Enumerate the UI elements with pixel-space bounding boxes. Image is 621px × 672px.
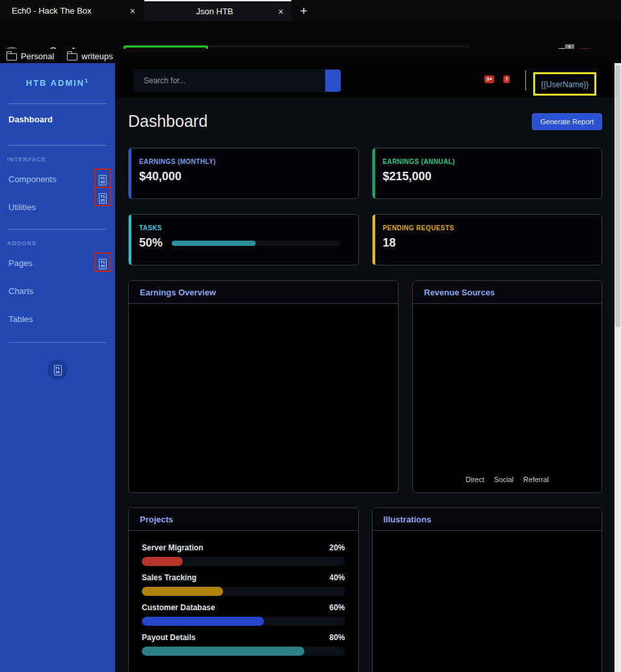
card-accent: [373, 148, 375, 198]
project-name: Sales Tracking: [142, 573, 196, 582]
folder-icon: [7, 53, 17, 60]
divider: [8, 342, 107, 343]
panel-header: Earnings Overview: [129, 281, 398, 304]
search-input[interactable]: [133, 70, 325, 92]
progress-fill: [142, 647, 304, 656]
earnings-overview-panel: Earnings Overview: [128, 280, 399, 493]
progress-fill: [142, 557, 183, 566]
tab-title: Ech0 - Hack The Box: [12, 6, 92, 16]
card-accent: [129, 215, 131, 265]
card-accent: [129, 148, 131, 198]
sidebar-brand[interactable]: HTB ADMIN1: [0, 63, 115, 88]
legend-referral: Referral: [523, 476, 549, 483]
page-title: Dashboard: [128, 112, 207, 131]
card-label: TASKS: [139, 224, 345, 232]
card-label: EARNINGS (MONTHLY): [139, 158, 345, 165]
progress-fill: [142, 617, 264, 626]
sidebar: HTB ADMIN1 Dashboard INTERFACE Component…: [0, 63, 115, 672]
card-value: $40,000: [139, 170, 345, 183]
project-percent: 20%: [329, 543, 345, 552]
card-tasks: TASKS 50%: [128, 214, 359, 265]
missing-glyph-caret-icon: F105: [99, 193, 107, 204]
tab-close-icon[interactable]: ×: [278, 7, 284, 17]
scrollbar-thumb[interactable]: [615, 65, 620, 327]
bookmark-personal[interactable]: Personal: [21, 51, 54, 61]
panel-title: Revenue Sources: [424, 288, 495, 297]
missing-glyph-toggle-icon: F104: [54, 365, 62, 375]
card-earnings-annual: EARNINGS (ANNUAL) $215,000: [372, 148, 603, 199]
messages-count-badge[interactable]: 7: [503, 75, 510, 83]
panel-header: Revenue Sources: [413, 281, 601, 304]
alerts-count-badge[interactable]: 3+: [484, 75, 494, 83]
browser-window: Ech0 - Hack The Box × Json HTB × + ← → ⟳…: [0, 0, 621, 672]
progress-track: [142, 617, 345, 626]
main-area: 3+ 7 {{UserName}} Dashboard Generate Rep…: [115, 63, 614, 672]
sidebar-toggle-button[interactable]: F104: [47, 360, 68, 380]
card-earnings-monthly: EARNINGS (MONTHLY) $40,000: [128, 148, 359, 199]
project-name: Customer Database: [142, 603, 215, 612]
username-text[interactable]: {{UserName}}: [541, 80, 588, 89]
tab-json-htb-active[interactable]: Json HTB ×: [144, 0, 291, 21]
divider: [525, 70, 526, 90]
card-value: 50%: [139, 236, 163, 250]
progress-track: [142, 557, 345, 566]
project-row-payout-details: Payout Details 80%: [142, 633, 345, 656]
new-tab-button[interactable]: +: [296, 3, 311, 19]
tab-ech0[interactable]: Ech0 - Hack The Box ×: [0, 0, 143, 21]
revenue-sources-panel: Revenue Sources Direct Social Referral: [412, 280, 602, 493]
bookmark-writeups[interactable]: writeups: [81, 51, 112, 61]
projects-panel: Projects Server Migration 20%: [128, 507, 359, 672]
pie-chart-legend: Direct Social Referral: [413, 476, 601, 483]
tasks-progress-track: [172, 241, 339, 246]
progress-track: [142, 587, 345, 596]
card-label: EARNINGS (ANNUAL): [383, 158, 589, 165]
topbar: 3+ 7 {{UserName}}: [115, 63, 614, 98]
card-pending-requests: PENDING REQUESTS 18: [372, 214, 603, 265]
project-percent: 80%: [329, 633, 345, 642]
sidebar-section-addons: ADDONS: [0, 230, 115, 248]
caret-annotation-box: F105: [94, 252, 111, 272]
tasks-progress-fill: [172, 241, 256, 246]
sidebar-item-utilities[interactable]: Utilities F105: [0, 192, 115, 220]
project-row-server-migration: Server Migration 20%: [142, 543, 345, 566]
sidebar-section-interface: INTERFACE: [0, 146, 115, 164]
illustrations-panel: Illustrations: [372, 507, 603, 672]
panel-header: Illustrations: [373, 508, 602, 531]
project-name: Payout Details: [142, 633, 196, 642]
panel-title: Projects: [140, 515, 173, 524]
card-label: PENDING REQUESTS: [383, 224, 589, 232]
legend-social: Social: [494, 476, 514, 483]
legend-direct: Direct: [466, 476, 484, 483]
project-percent: 40%: [329, 573, 345, 582]
sidebar-item-pages[interactable]: Pages F105: [0, 248, 115, 276]
sidebar-item-dashboard[interactable]: Dashboard: [0, 104, 115, 132]
panel-header: Projects: [129, 508, 358, 531]
search-button[interactable]: [325, 70, 341, 92]
tab-bar: Ech0 - Hack The Box × Json HTB × +: [0, 0, 621, 21]
card-value: $215,000: [383, 170, 589, 183]
folder-icon: [67, 53, 77, 60]
brand-superscript: 1: [85, 77, 89, 84]
card-accent: [373, 215, 375, 265]
dashboard-content: Dashboard Generate Report EARNINGS (MONT…: [115, 98, 614, 672]
bookmarks-bar: Personal writeups: [0, 49, 621, 63]
generate-report-button[interactable]: Generate Report: [532, 113, 602, 130]
project-percent: 60%: [329, 603, 345, 612]
page-scrollbar[interactable]: [614, 63, 621, 672]
panel-title: Earnings Overview: [140, 288, 216, 297]
project-row-customer-database: Customer Database 60%: [142, 603, 345, 626]
project-name: Server Migration: [142, 543, 204, 552]
browser-toolbar: ← → ⟳ ⌂ ⓘ 10.10.10.158 80% ••• ∨ ☆ A 1 u…: [0, 21, 621, 49]
sidebar-item-charts[interactable]: Charts: [0, 276, 115, 304]
sidebar-item-tables[interactable]: Tables: [0, 304, 115, 332]
progress-track: [142, 647, 345, 656]
panel-title: Illustrations: [384, 515, 432, 524]
missing-glyph-caret-icon: F105: [99, 259, 107, 269]
username-annotation-box: {{UserName}}: [533, 72, 596, 96]
project-row-sales-tracking: Sales Tracking 40%: [142, 573, 345, 596]
tab-title: Json HTB: [196, 7, 233, 16]
missing-glyph-caret-icon: F105: [99, 175, 107, 185]
card-value: 18: [383, 236, 589, 250]
tab-close-icon[interactable]: ×: [130, 6, 135, 16]
caret-annotation-box: F105: [94, 187, 111, 206]
